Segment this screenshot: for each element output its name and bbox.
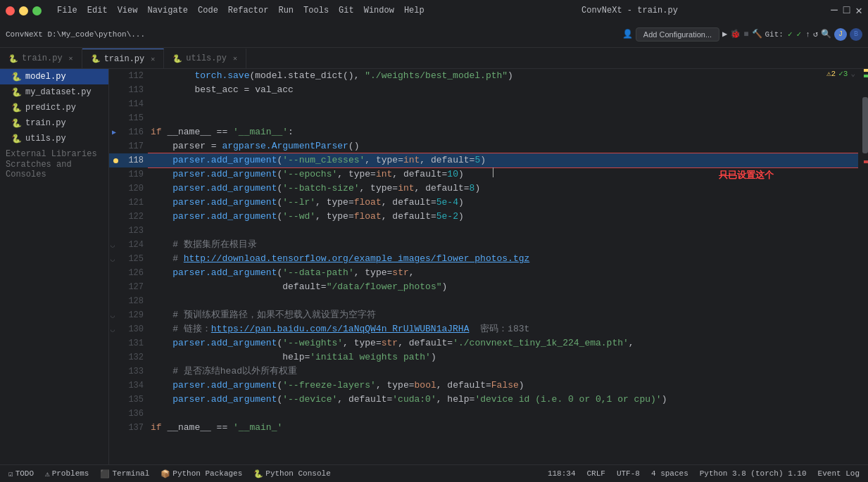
menu-window[interactable]: Window	[360, 4, 398, 17]
minimize-icon[interactable]: ─	[831, 4, 838, 17]
menu-refactor[interactable]: Refactor	[224, 4, 273, 17]
build-icon[interactable]: 🔨	[752, 29, 762, 39]
maximize-button[interactable]	[32, 6, 42, 15]
train-label: train.py	[25, 118, 66, 128]
model-label: model.py	[25, 72, 66, 82]
minimize-button[interactable]	[19, 6, 28, 15]
menu-navigate[interactable]: Navigate	[143, 4, 192, 17]
debug-icon[interactable]: 🐞	[730, 29, 741, 39]
menu-bar: File Edit View Navigate Code Refactor Ru…	[53, 4, 429, 17]
external-label: External Libraries	[6, 149, 97, 159]
window-title: ConvNeXt - train.py	[432, 6, 828, 15]
avatar2[interactable]: B	[850, 28, 862, 41]
tab-utilspy[interactable]: 🐍 utils.py ✕	[164, 49, 246, 68]
status-python-packages[interactable]: 📦 Python Packages	[158, 469, 245, 478]
menu-code[interactable]: Code	[194, 4, 222, 17]
line-num-123: 123	[109, 224, 148, 238]
sidebar-item-train[interactable]: 🐍 train.py	[0, 115, 108, 131]
line-num-112: 112	[109, 69, 148, 83]
search-icon[interactable]: 🔍	[821, 29, 831, 39]
tab-close2[interactable]: ✕	[151, 55, 155, 63]
line-num-122: 122	[109, 210, 148, 224]
line-num-135: 135	[109, 393, 148, 407]
status-todo[interactable]: ☑ TODO	[6, 469, 37, 478]
menu-tools[interactable]: Tools	[299, 4, 333, 17]
warning-count: ⚠2	[826, 69, 836, 78]
status-terminal[interactable]: ⬛ Terminal	[97, 469, 152, 478]
user-icon[interactable]: 👤	[622, 29, 633, 39]
add-config-button[interactable]: Add Configuration...	[636, 27, 719, 42]
error-warning-counts: ⚠2 ✓3 ⌄	[824, 69, 858, 78]
run-icon[interactable]: ▶	[722, 29, 727, 39]
line-num-114: 114	[109, 97, 148, 111]
status-indent[interactable]: 4 spaces	[648, 469, 691, 478]
expand-icon[interactable]: ⌄	[850, 69, 855, 78]
sidebar-item-utils[interactable]: 🐍 utils.py	[0, 131, 108, 146]
sidebar-item-dataset[interactable]: 🐍 my_dataset.py	[0, 84, 108, 100]
line-num-120: 120	[109, 182, 148, 196]
sidebar-item-predict[interactable]: 🐍 predict.py	[0, 100, 108, 115]
code-line-122: parser.add_argument('--wd', type=float, …	[148, 210, 858, 224]
git-check2-icon: ✓	[797, 30, 802, 39]
status-event-log[interactable]: Event Log	[815, 469, 862, 478]
annotation-text: 只已设置这个	[664, 155, 774, 197]
fold-icon-125: ◡	[111, 255, 115, 263]
menu-git[interactable]: Git	[334, 4, 358, 17]
status-python-console[interactable]: 🐍 Python Console	[251, 469, 333, 478]
fold-icon-129: ◡	[111, 311, 115, 319]
code-line-136	[148, 407, 858, 421]
breadcrumb: ConvNeXt D:\My_code\python\...	[6, 30, 145, 39]
menu-help[interactable]: Help	[400, 4, 429, 17]
todo-label: TODO	[15, 469, 34, 478]
check-marker	[864, 75, 868, 77]
git-push-icon[interactable]: ↑	[805, 30, 810, 39]
line-num-137: 137	[109, 421, 148, 435]
line-num-131: 131	[109, 336, 148, 350]
status-encoding[interactable]: CRLF	[584, 469, 608, 478]
status-position[interactable]: 118:34	[545, 469, 579, 478]
refresh-icon[interactable]: ↺	[813, 29, 818, 39]
code-line-113: best_acc = val_acc	[148, 83, 858, 97]
tabs-bar: 🐍 train.py ✕ 🐍 train.py ✕ 🐍 utils.py ✕	[0, 48, 868, 69]
sidebar-item-model[interactable]: 🐍 model.py	[0, 69, 108, 84]
code-line-118: parser.add_argument('--num_clesses', typ…	[148, 153, 858, 167]
code-line-125: # http://download.tensorflow.org/example…	[148, 252, 858, 266]
tab-trainpy1[interactable]: 🐍 train.py ✕	[0, 49, 82, 68]
tab-close1[interactable]: ✕	[69, 54, 73, 63]
stop-icon[interactable]: ■	[743, 30, 748, 39]
toolbar: ConvNeXt D:\My_code\python\... 👤 Add Con…	[0, 21, 868, 48]
scrollbar-area[interactable]: ⚠2 ✓3 ⌄	[858, 69, 868, 464]
problems-icon: ⚠	[45, 469, 50, 478]
scrollbar-thumb[interactable]	[862, 97, 868, 153]
packages-label: Python Packages	[172, 469, 242, 478]
status-problems[interactable]: ⚠ Problems	[42, 469, 92, 478]
line-num-128: 128	[109, 294, 148, 308]
sidebar-scratches[interactable]: Scratches and Consoles	[0, 162, 108, 177]
close-icon[interactable]: ✕	[855, 4, 862, 18]
close-button[interactable]	[6, 6, 15, 15]
avatar[interactable]: J	[834, 28, 847, 41]
toolbar-actions: 👤 Add Configuration... ▶ 🐞 ■ 🔨 Git: ✓ ✓ …	[622, 27, 862, 42]
line-num-133: 133	[109, 364, 148, 379]
fold-icon-124: ◡	[111, 241, 115, 249]
problems-label: Problems	[52, 469, 89, 478]
menu-file[interactable]: File	[53, 4, 82, 17]
fold-icon-130: ◡	[111, 325, 115, 334]
line-sep-label: UTF-8	[617, 469, 640, 478]
status-line-sep[interactable]: UTF-8	[614, 469, 643, 478]
code-line-132: help='initial weights path')	[148, 350, 858, 364]
code-line-135: parser.add_argument('--device', default=…	[148, 393, 858, 407]
status-python-version[interactable]: Python 3.8 (torch) 1.10	[697, 469, 810, 478]
packages-icon: 📦	[161, 469, 170, 478]
fold-arrow-116: ▶	[112, 128, 116, 137]
code-line-115	[148, 111, 858, 125]
menu-edit[interactable]: Edit	[83, 4, 112, 17]
restore-icon[interactable]: □	[843, 4, 850, 17]
menu-run[interactable]: Run	[274, 4, 298, 17]
menu-view[interactable]: View	[113, 4, 142, 17]
tab-icon2: 🐍	[91, 54, 101, 63]
tab-trainpy2[interactable]: 🐍 train.py ✕	[82, 49, 165, 68]
tab-close3[interactable]: ✕	[233, 54, 237, 63]
line-num-117: 117	[109, 139, 148, 153]
code-content[interactable]: torch.save(model.state_dict(), "./weight…	[148, 69, 858, 464]
